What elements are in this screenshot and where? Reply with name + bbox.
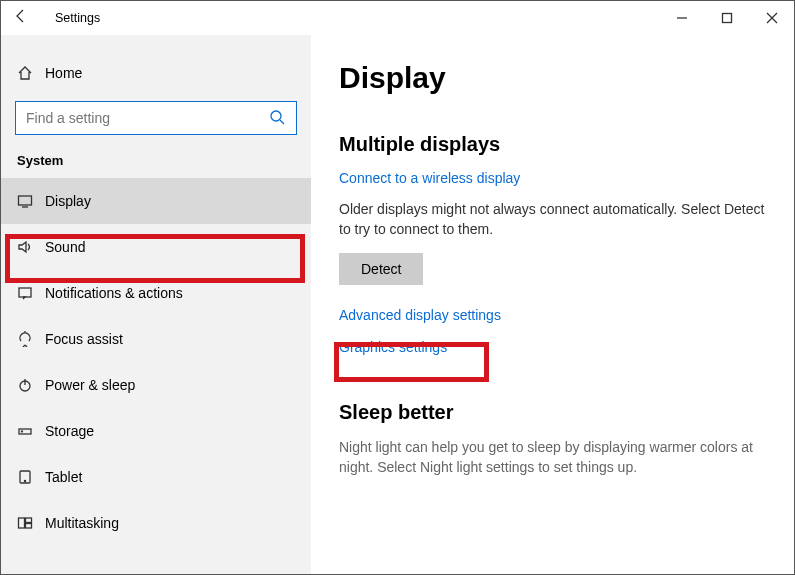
sidebar: Home System Display Sound Notifications …: [1, 35, 311, 574]
sidebar-item-focus-assist[interactable]: Focus assist: [1, 316, 311, 362]
sidebar-item-notifications[interactable]: Notifications & actions: [1, 270, 311, 316]
search-input[interactable]: [15, 101, 297, 135]
focus-assist-icon: [17, 331, 45, 347]
multitasking-icon: [17, 515, 45, 531]
sidebar-home[interactable]: Home: [1, 53, 311, 93]
sidebar-item-display[interactable]: Display: [1, 178, 311, 224]
detect-button[interactable]: Detect: [339, 253, 423, 285]
back-button[interactable]: [1, 8, 41, 28]
sidebar-item-label: Storage: [45, 423, 94, 439]
search-container: [15, 101, 297, 135]
text-older-displays: Older displays might not always connect …: [339, 200, 769, 239]
link-advanced-display[interactable]: Advanced display settings: [339, 307, 501, 323]
tablet-icon: [17, 469, 45, 485]
sound-icon: [17, 239, 45, 255]
window-controls: [659, 3, 794, 33]
sidebar-item-label: Tablet: [45, 469, 82, 485]
sidebar-item-label: Power & sleep: [45, 377, 135, 393]
sidebar-item-label: Sound: [45, 239, 85, 255]
text-sleep-better: Night light can help you get to sleep by…: [339, 438, 769, 477]
svg-rect-11: [26, 524, 32, 529]
svg-rect-5: [19, 429, 31, 434]
sidebar-item-label: Focus assist: [45, 331, 123, 347]
main-content: Display Multiple displays Connect to a w…: [311, 35, 794, 574]
page-title: Display: [339, 61, 770, 95]
sidebar-item-label: Notifications & actions: [45, 285, 183, 301]
maximize-button[interactable]: [704, 3, 749, 33]
sidebar-item-tablet[interactable]: Tablet: [1, 454, 311, 500]
sidebar-item-multitasking[interactable]: Multitasking: [1, 500, 311, 546]
svg-point-8: [24, 480, 25, 481]
svg-rect-0: [722, 14, 731, 23]
svg-rect-2: [19, 196, 32, 205]
svg-rect-10: [26, 518, 32, 523]
sidebar-item-label: Multitasking: [45, 515, 119, 531]
sidebar-item-storage[interactable]: Storage: [1, 408, 311, 454]
sidebar-home-label: Home: [45, 65, 82, 81]
storage-icon: [17, 423, 45, 439]
titlebar: Settings: [1, 1, 794, 35]
section-sleep-better: Sleep better: [339, 401, 770, 424]
close-button[interactable]: [749, 3, 794, 33]
svg-point-6: [22, 431, 23, 432]
svg-rect-3: [19, 288, 31, 297]
display-icon: [17, 193, 45, 209]
notifications-icon: [17, 285, 45, 301]
sidebar-category: System: [1, 153, 311, 178]
sidebar-item-sound[interactable]: Sound: [1, 224, 311, 270]
link-graphics-settings[interactable]: Graphics settings: [339, 339, 447, 355]
section-multiple-displays: Multiple displays: [339, 133, 770, 156]
power-icon: [17, 377, 45, 393]
minimize-button[interactable]: [659, 3, 704, 33]
svg-rect-9: [19, 518, 25, 528]
window-title: Settings: [41, 11, 100, 25]
sidebar-item-power-sleep[interactable]: Power & sleep: [1, 362, 311, 408]
sidebar-item-label: Display: [45, 193, 91, 209]
home-icon: [17, 65, 45, 81]
link-wireless-display[interactable]: Connect to a wireless display: [339, 170, 520, 186]
